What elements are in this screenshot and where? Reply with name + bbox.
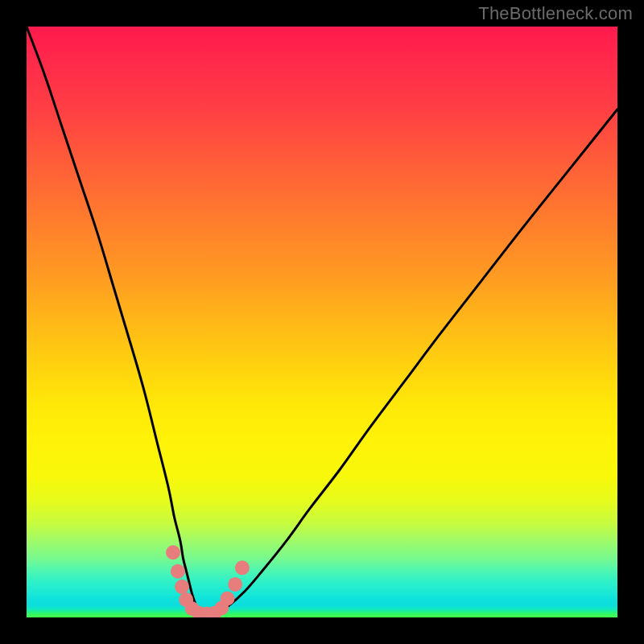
curve-marker [175,580,189,594]
bottleneck-curve [27,27,617,617]
curve-marker [235,560,250,575]
curve-marker [171,564,185,579]
curve-marker [221,592,235,606]
curve-markers [166,545,250,617]
curve-marker [166,545,180,559]
chart-svg [27,27,617,617]
watermark-text: TheBottleneck.com [478,3,633,24]
plot-area [27,27,617,617]
curve-marker [228,577,242,592]
chart-frame: TheBottleneck.com [0,0,644,644]
